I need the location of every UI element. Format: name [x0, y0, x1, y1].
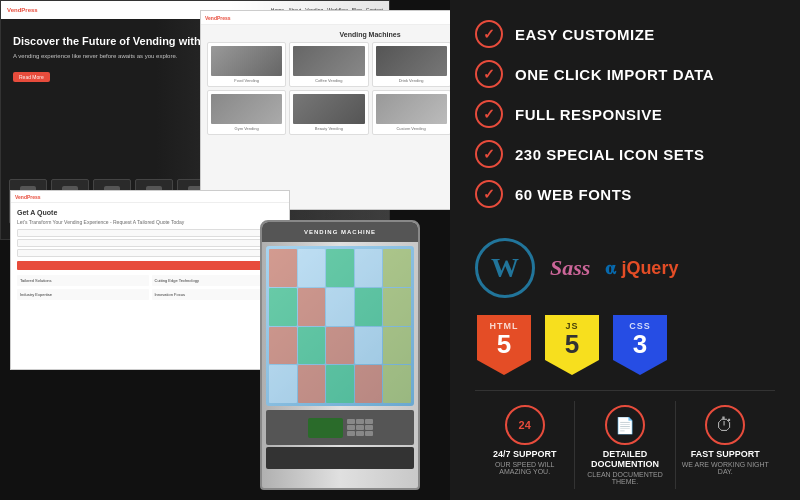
quote-form-screenshot: VendPress Get A Quote Let's Transform Yo…: [10, 190, 290, 370]
support-title: 24/7 SUPPORT: [493, 449, 557, 459]
docs-icon: 📄: [605, 405, 645, 445]
documentation-item: 📄 DETAILED DOCUMENTION CLEAN DOCUMENTED …: [575, 401, 675, 489]
feature-label-2: ONE CLICK IMPORT DATA: [515, 66, 714, 83]
screenshots-panel: VendPress Home About Vending Workflow Bl…: [0, 0, 450, 500]
html5-badge: HTML 5: [475, 310, 533, 375]
css-number: 3: [633, 331, 647, 357]
feature-one-click-import: ONE CLICK IMPORT DATA: [475, 60, 775, 88]
quote-form: [17, 229, 283, 270]
form-submit-btn[interactable]: [17, 261, 283, 270]
features-panel: EASY CUSTOMIZE ONE CLICK IMPORT DATA FUL…: [450, 0, 800, 500]
feature-label-3: FULL RESPONSIVE: [515, 106, 662, 123]
vending-card-grid: Food Vending Coffee Vending Drink Vendin…: [207, 42, 450, 135]
form-input-1: [17, 229, 283, 237]
clock-icon: ⏱: [716, 415, 734, 436]
wordpress-icon: W: [491, 252, 519, 284]
ss3-body: Get A Quote Let's Transform Your Vending…: [11, 203, 289, 306]
ss3-feat-3: Industry Expertise: [17, 289, 149, 300]
css-shield: CSS 3: [613, 315, 667, 375]
fast-support-title: FAST SUPPORT: [691, 449, 760, 459]
vending-machine-3d: VENDING MACHINE: [250, 220, 430, 500]
js5-badge: JS 5: [543, 310, 601, 375]
sass-logo: Sass: [550, 255, 590, 281]
vm-control-panel: [266, 410, 414, 445]
docs-title: DETAILED DOCUMENTION: [581, 449, 668, 469]
ss3-desc: Let's Transform Your Vending Experience …: [17, 219, 283, 225]
check-icon-3: [475, 100, 503, 128]
ss3-features-grid: Tailored Solutions Cutting Edge Technolo…: [17, 275, 283, 300]
ss2-title: Vending Machines: [207, 31, 450, 38]
main-container: VendPress Home About Vending Workflow Bl…: [0, 0, 800, 500]
feature-label-1: EASY CUSTOMIZE: [515, 26, 655, 43]
tech-badges-row: HTML 5 JS 5 CSS 3: [475, 310, 775, 375]
support-247-item: 24 24/7 SUPPORT OUR SPEED WILL AMAZING Y…: [475, 401, 575, 489]
ss2-nav: VendPress: [201, 11, 450, 25]
ss3-nav: VendPress: [11, 191, 289, 203]
vm-keypad: [347, 419, 373, 436]
ss2-card-2: Coffee Vending: [289, 42, 368, 87]
js-shield: JS 5: [545, 315, 599, 375]
ss2-card-6: Beauty Vending: [289, 90, 368, 135]
support-desc: OUR SPEED WILL AMAZING YOU.: [481, 461, 568, 475]
support-24-icon: 24: [505, 405, 545, 445]
fast-support-icon: ⏱: [705, 405, 745, 445]
check-icon-2: [475, 60, 503, 88]
vm-display-screen: [308, 418, 343, 438]
check-icon-1: [475, 20, 503, 48]
css3-badge: CSS 3: [611, 310, 669, 375]
support-24-label: 24: [519, 419, 531, 431]
feature-special-icons: 230 SPECIAL ICON SETS: [475, 140, 775, 168]
site-logo: VendPress: [7, 7, 38, 13]
ss2-body: Vending Machines Food Vending Coffee Ven…: [201, 25, 450, 141]
vm-brand-label: VENDING MACHINE: [304, 229, 376, 235]
vm-product-tray: [266, 447, 414, 469]
feature-web-fonts: 60 WEB FONTS: [475, 180, 775, 208]
form-input-2: [17, 239, 283, 247]
vm-product-glass: [266, 246, 414, 406]
feature-label-5: 60 WEB FONTS: [515, 186, 632, 203]
jquery-logo: 𝛂 jQuery: [605, 258, 678, 279]
feature-easy-customize: EASY CUSTOMIZE: [475, 20, 775, 48]
docs-page-icon: 📄: [615, 416, 635, 435]
html5-shield: HTML 5: [477, 315, 531, 375]
docs-desc: CLEAN DOCUMENTED THEME.: [581, 471, 668, 485]
fast-support-desc: WE ARE WORKING NIGHT DAY.: [682, 461, 769, 475]
vending-grid-screenshot: VendPress Vending Machines Food Vending …: [200, 10, 450, 210]
vm-top-section: VENDING MACHINE: [262, 222, 418, 242]
html-number: 5: [497, 331, 511, 357]
fast-support-item: ⏱ FAST SUPPORT WE ARE WORKING NIGHT DAY.: [676, 401, 775, 489]
ss2-card-5: Gym Vending: [207, 90, 286, 135]
ss3-section-title: Get A Quote: [17, 209, 283, 216]
check-icon-5: [475, 180, 503, 208]
ss3-feat-1: Tailored Solutions: [17, 275, 149, 286]
js-number: 5: [565, 331, 579, 357]
vm-body: VENDING MACHINE: [260, 220, 420, 490]
feature-label-4: 230 SPECIAL ICON SETS: [515, 146, 704, 163]
ss2-card-7: Custom Vending: [372, 90, 451, 135]
read-more-button[interactable]: Read More: [13, 72, 50, 82]
form-input-3: [17, 249, 283, 257]
feature-full-responsive: FULL RESPONSIVE: [475, 100, 775, 128]
check-icon-4: [475, 140, 503, 168]
bottom-features-bar: 24 24/7 SUPPORT OUR SPEED WILL AMAZING Y…: [475, 390, 775, 489]
tech-logos-row: W Sass 𝛂 jQuery: [475, 238, 775, 298]
ss2-card-3: Drink Vending: [372, 42, 451, 87]
features-list: EASY CUSTOMIZE ONE CLICK IMPORT DATA FUL…: [475, 20, 775, 220]
wordpress-logo: W: [475, 238, 535, 298]
ss2-card-1: Food Vending: [207, 42, 286, 87]
